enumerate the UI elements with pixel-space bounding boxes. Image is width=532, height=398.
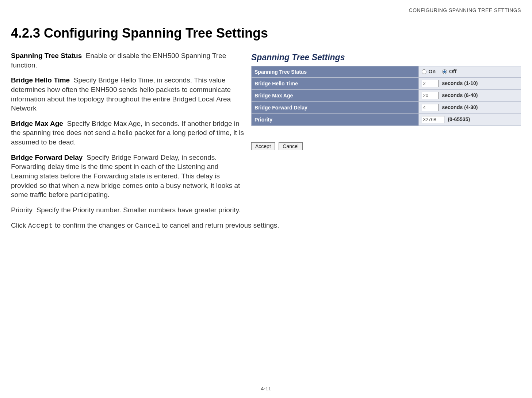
- content-wrap: Spanning Tree Status Enable or disable t…: [11, 51, 521, 205]
- def-priority-term: Priority: [11, 206, 32, 214]
- def-fwd: Bridge Forward Delay Specify Bridge Forw…: [11, 153, 245, 200]
- def-maxage-term: Bridge Max Age: [11, 120, 63, 127]
- radio-off-icon: [442, 69, 447, 74]
- def-status-term: Spanning Tree Status: [11, 52, 82, 59]
- settings-table: Spanning Tree Status On Off Bridge Hello…: [251, 66, 521, 126]
- running-head: CONFIGURING SPANNING TREE SETTINGS: [409, 7, 521, 13]
- def-hello-term: Bridge Hello Time: [11, 76, 70, 84]
- maxage-range: seconds (6-40): [442, 92, 478, 98]
- row-maxage-label: Bridge Max Age: [252, 89, 419, 101]
- closing-mid: to confirm the changes or: [53, 221, 135, 229]
- priority-input[interactable]: 32768: [422, 116, 444, 123]
- row-fwd-label: Bridge Forward Delay: [252, 101, 419, 113]
- closing-pre: Click: [11, 221, 28, 229]
- page-number: 4-11: [0, 386, 532, 391]
- row-status: Spanning Tree Status On Off: [252, 66, 521, 78]
- row-status-label: Spanning Tree Status: [252, 66, 419, 78]
- button-row: Accept Cancel: [251, 142, 521, 150]
- panel-title: Spanning Tree Settings: [251, 53, 521, 62]
- row-hello-value: 2 seconds (1-10): [418, 77, 521, 89]
- def-maxage: Bridge Max Age Specify Bridge Max Age, i…: [11, 119, 245, 147]
- status-off-option[interactable]: Off: [442, 69, 456, 74]
- row-priority: Priority 32768 (0-65535): [252, 113, 521, 125]
- status-off-label: Off: [449, 69, 456, 74]
- def-status: Spanning Tree Status Enable or disable t…: [11, 51, 245, 70]
- closing-para: Click Accept to confirm the changes or C…: [11, 221, 521, 231]
- fwd-input[interactable]: 4: [422, 104, 439, 111]
- row-maxage-value: 20 seconds (6-40): [418, 89, 521, 101]
- def-priority-text: Specify the Priority number. Smaller num…: [37, 206, 241, 214]
- def-fwd-term: Bridge Forward Delay: [11, 154, 83, 161]
- row-status-value: On Off: [418, 66, 521, 78]
- priority-range: (0-65535): [448, 116, 470, 122]
- hello-input[interactable]: 2: [422, 80, 439, 87]
- radio-on-icon: [422, 69, 426, 74]
- description-column: Spanning Tree Status Enable or disable t…: [11, 51, 245, 205]
- settings-panel: Spanning Tree Settings Spanning Tree Sta…: [251, 51, 521, 150]
- row-hello: Bridge Hello Time 2 seconds (1-10): [252, 77, 521, 89]
- cancel-button[interactable]: Cancel: [279, 142, 303, 150]
- row-priority-value: 32768 (0-65535): [418, 113, 521, 125]
- maxage-input[interactable]: 20: [422, 92, 439, 99]
- row-hello-label: Bridge Hello Time: [252, 77, 419, 89]
- closing-post: to cancel and return previous settings.: [160, 221, 279, 229]
- status-on-label: On: [429, 69, 436, 74]
- closing-cancel: Cancel: [135, 222, 160, 230]
- hello-range: seconds (1-10): [442, 80, 478, 86]
- accept-button[interactable]: Accept: [251, 142, 275, 150]
- row-priority-label: Priority: [252, 113, 419, 125]
- def-priority: Priority Specify the Priority number. Sm…: [11, 205, 521, 215]
- row-fwd-value: 4 seconds (4-30): [418, 101, 521, 113]
- def-hello: Bridge Hello Time Specify Bridge Hello T…: [11, 76, 245, 113]
- status-on-option[interactable]: On: [422, 69, 436, 74]
- section-heading: 4.2.3 Configuring Spanning Tree Settings: [11, 26, 521, 41]
- closing-accept: Accept: [28, 222, 53, 230]
- row-fwd: Bridge Forward Delay 4 seconds (4-30): [252, 101, 521, 113]
- fwd-range: seconds (4-30): [442, 104, 478, 110]
- panel-divider: [251, 132, 521, 132]
- row-maxage: Bridge Max Age 20 seconds (6-40): [252, 89, 521, 101]
